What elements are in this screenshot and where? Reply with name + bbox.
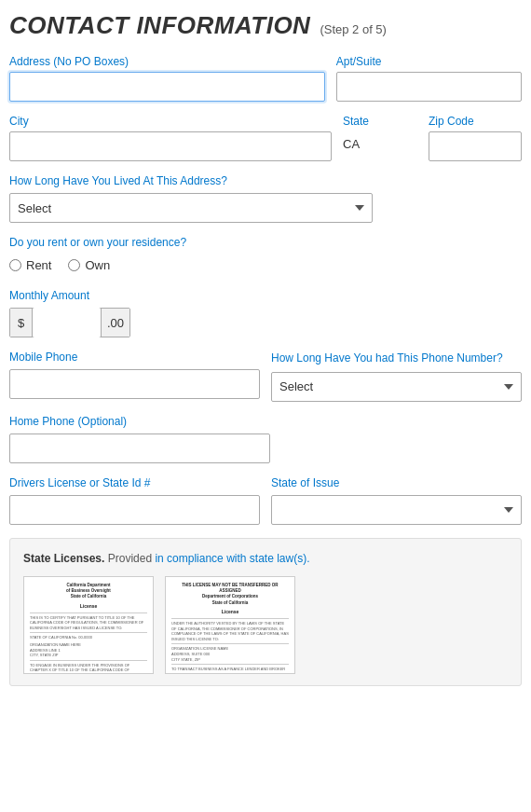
monthly-group: Monthly Amount $ .00	[9, 289, 522, 337]
mobile-group: Mobile Phone	[9, 351, 260, 402]
own-option[interactable]: Own	[68, 258, 110, 272]
zip-label: Zip Code	[429, 115, 522, 128]
dollar-sign: $	[10, 309, 33, 337]
page-header: CONTACT INFORMATION (Step 2 of 5)	[9, 11, 522, 40]
doc2-content: THIS LICENSE MAY NOT BE TRANSFERRED OR A…	[166, 577, 294, 673]
dl-input[interactable]	[9, 495, 260, 525]
phone-duration-group: How Long Have You had This Phone Number?…	[271, 351, 522, 402]
address-group: Address (No PO Boxes)	[9, 55, 325, 102]
state-issue-label: State of Issue	[271, 476, 522, 489]
home-label: Home Phone (Optional)	[9, 415, 522, 428]
how-long-label: How Long Have You Lived At This Address?	[9, 174, 522, 187]
state-issue-select[interactable]: AL AK AZ AR CA CO CT DE FL GA	[271, 495, 522, 525]
apt-input[interactable]	[336, 72, 522, 102]
rent-radio[interactable]	[9, 259, 21, 271]
home-input[interactable]	[9, 434, 270, 463]
rent-own-group: Do you rent or own your residence? Rent …	[9, 236, 522, 276]
step-indicator: (Step 2 of 5)	[320, 22, 387, 36]
dl-label: Drivers License or State Id #	[9, 476, 260, 489]
how-long-select[interactable]: Select Less than 1 year 1-2 years 2-3 ye…	[9, 193, 373, 223]
cents-label: .00	[101, 309, 129, 337]
state-label: State	[343, 115, 417, 128]
own-radio[interactable]	[68, 259, 80, 271]
page-title: CONTACT INFORMATION	[9, 11, 310, 40]
apt-label: Apt/Suite	[336, 55, 522, 68]
phone-row: Mobile Phone How Long Have You had This …	[9, 351, 522, 402]
rent-option[interactable]: Rent	[9, 258, 51, 272]
city-input[interactable]	[9, 131, 332, 161]
dl-row: Drivers License or State Id # State of I…	[9, 476, 522, 525]
license-doc-2: THIS LICENSE MAY NOT BE TRANSFERRED OR A…	[165, 576, 295, 674]
license-middle: Provided	[108, 552, 156, 565]
mobile-input[interactable]	[9, 369, 260, 399]
dl-group: Drivers License or State Id #	[9, 476, 260, 525]
address-label: Address (No PO Boxes)	[9, 55, 325, 68]
license-doc-1: California Departmentof Business Oversig…	[23, 576, 154, 674]
home-phone-group: Home Phone (Optional)	[9, 415, 522, 463]
address-row: Address (No PO Boxes) Apt/Suite	[9, 55, 522, 102]
phone-duration-select[interactable]: Select Less than 1 year 1-2 years 2-3 ye…	[271, 372, 522, 402]
apt-group: Apt/Suite	[336, 55, 522, 102]
license-bold: State Licenses.	[23, 552, 104, 565]
own-label: Own	[85, 258, 110, 272]
monthly-label: Monthly Amount	[9, 289, 522, 302]
address-input[interactable]	[9, 72, 325, 102]
license-text: State Licenses. Provided in compliance w…	[23, 550, 508, 567]
zip-group: Zip Code	[429, 115, 522, 161]
mobile-label: Mobile Phone	[9, 351, 260, 364]
city-state-zip-row: City State CA Zip Code	[9, 115, 522, 161]
license-link[interactable]: in compliance with state law(s).	[155, 552, 309, 565]
how-long-group: How Long Have You Lived At This Address?…	[9, 174, 522, 223]
city-group: City	[9, 115, 332, 161]
rent-label: Rent	[26, 258, 51, 272]
residence-question: Do you rent or own your residence?	[9, 236, 522, 249]
state-issue-group: State of Issue AL AK AZ AR CA CO CT DE F…	[271, 476, 522, 525]
radio-group: Rent Own	[9, 255, 522, 276]
zip-input[interactable]	[429, 131, 522, 161]
license-section: State Licenses. Provided in compliance w…	[9, 538, 522, 686]
license-images: California Departmentof Business Oversig…	[23, 576, 508, 674]
state-group: State CA	[343, 115, 417, 161]
monthly-amount-row: $ .00	[9, 308, 130, 337]
monthly-input[interactable]	[33, 308, 101, 337]
phone-duration-label: How Long Have You had This Phone Number?	[271, 351, 522, 366]
city-label: City	[9, 115, 332, 128]
doc1-content: California Departmentof Business Oversig…	[24, 577, 153, 673]
state-value: CA	[343, 131, 417, 157]
